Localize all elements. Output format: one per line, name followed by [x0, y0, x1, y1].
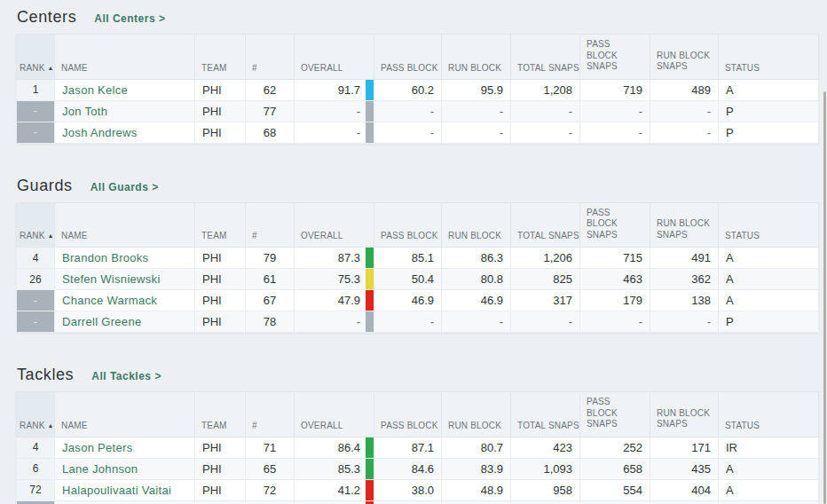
status-cell: IR: [719, 437, 819, 458]
player-name-link[interactable]: Jason Kelce: [62, 83, 128, 97]
all-guards-link[interactable]: All Guards >: [91, 181, 159, 193]
number-cell: 67: [246, 290, 295, 311]
status-cell: A: [719, 79, 819, 100]
player-row: -Chance WarmackPHI6747.946.946.931717913…: [17, 290, 819, 311]
name-cell: Jason Peters: [55, 437, 195, 458]
sort-ascending-icon: ▲: [48, 232, 54, 239]
column-header-team[interactable]: TEAM: [195, 202, 246, 248]
run_block_snaps-cell: -: [650, 122, 719, 143]
column-header-rank[interactable]: RANK▲: [17, 35, 55, 80]
pass_block-cell: -: [374, 100, 442, 122]
rank-cell: -: [17, 122, 55, 143]
column-header-pass_block[interactable]: PASS BLOCK: [374, 392, 442, 437]
column-header-total_snaps[interactable]: TOTAL SNAPS: [511, 392, 580, 437]
rank-cell: 4: [17, 248, 55, 269]
column-header-number[interactable]: #: [246, 35, 295, 80]
column-header-run_block_snaps[interactable]: RUN BLOCK SNAPS: [650, 392, 719, 437]
player-name-link[interactable]: Brandon Brooks: [62, 251, 148, 264]
pass_block_snaps-cell: 252: [580, 437, 650, 458]
team-cell: PHI: [195, 479, 246, 500]
column-header-pass_block[interactable]: PASS BLOCK: [374, 35, 442, 80]
all-tackles-link[interactable]: All Tackles >: [91, 370, 161, 382]
column-header-pass_block[interactable]: PASS BLOCK: [374, 202, 442, 248]
column-header-status[interactable]: STATUS: [719, 35, 819, 80]
name-cell: Lane Johnson: [55, 458, 195, 479]
column-header-number[interactable]: #: [246, 202, 295, 248]
player-name-link[interactable]: Jason Peters: [62, 441, 132, 454]
column-header-pass_block_snaps[interactable]: PASS BLOCK SNAPS: [580, 35, 650, 80]
run_block-cell: 80.8: [442, 269, 511, 290]
column-header-total_snaps[interactable]: TOTAL SNAPS: [511, 35, 580, 80]
sort-ascending-icon: ▲: [48, 65, 54, 71]
overall-cell: 75.3: [295, 269, 374, 290]
column-header-pass_block_snaps[interactable]: PASS BLOCK SNAPS: [580, 202, 650, 248]
column-header-run_block[interactable]: RUN BLOCK: [442, 392, 511, 437]
column-header-run_block_snaps[interactable]: RUN BLOCK SNAPS: [650, 35, 719, 80]
name-cell: Jason Kelce: [55, 79, 195, 100]
column-header-team[interactable]: TEAM: [195, 35, 246, 80]
number-cell: 79: [246, 248, 295, 269]
team-cell: PHI: [195, 458, 246, 479]
pass_block_snaps-cell: -: [580, 122, 650, 143]
rank-cell: 72: [17, 479, 55, 500]
column-header-status[interactable]: STATUS: [719, 202, 819, 248]
pass_block-cell: -: [374, 311, 442, 333]
pass_block-cell: 84.6: [374, 458, 442, 479]
tackles-table: RANK▲NAMETEAM#OVERALLPASS BLOCKRUN BLOCK…: [16, 391, 819, 504]
player-name-link[interactable]: Jon Toth: [62, 105, 107, 118]
column-header-total_snaps[interactable]: TOTAL SNAPS: [511, 202, 580, 248]
column-header-number[interactable]: #: [246, 392, 295, 437]
name-cell: Isaac Seumalo: [55, 500, 195, 504]
player-row: 4Jason PetersPHI7186.487.180.7423252171I…: [17, 437, 819, 458]
pass_block-cell: 38.0: [374, 479, 442, 500]
player-name-link[interactable]: Darrell Greene: [62, 315, 141, 328]
run_block_snaps-cell: 489: [650, 79, 719, 100]
column-header-rank[interactable]: RANK▲: [17, 202, 55, 248]
pass_block-cell: 60.2: [374, 79, 442, 100]
pass_block_snaps-cell: -: [580, 100, 650, 122]
player-name-link[interactable]: Chance Warmack: [62, 294, 157, 307]
pass_block_snaps-cell: -: [580, 311, 650, 333]
column-header-overall[interactable]: OVERALL: [295, 392, 374, 437]
column-header-rank[interactable]: RANK▲: [17, 392, 55, 437]
grade-color-chip: [366, 311, 374, 332]
column-header-name[interactable]: NAME: [55, 392, 195, 437]
pass_block_snaps-cell: 179: [580, 290, 650, 311]
run_block_snaps-cell: 435: [650, 458, 719, 479]
rank-cell: 6: [17, 458, 55, 479]
overall-cell: 91.7: [295, 79, 374, 100]
player-name-link[interactable]: Lane Johnson: [62, 462, 138, 476]
column-header-run_block[interactable]: RUN BLOCK: [442, 202, 511, 248]
run_block_snaps-cell: -: [650, 100, 719, 122]
all-centers-link[interactable]: All Centers >: [94, 12, 165, 25]
total_snaps-cell: 1,208: [511, 79, 580, 100]
column-header-name[interactable]: NAME: [55, 35, 195, 80]
header-row: RANK▲NAMETEAM#OVERALLPASS BLOCKRUN BLOCK…: [17, 35, 819, 80]
column-header-run_block[interactable]: RUN BLOCK: [442, 35, 511, 80]
page: Centers All Centers > RANK▲NAMETEAM#OVER…: [0, 0, 827, 504]
run_block-cell: 80.7: [442, 437, 511, 458]
overall-grade-value: 87.3: [338, 251, 360, 264]
column-header-name[interactable]: NAME: [55, 202, 195, 248]
column-header-overall[interactable]: OVERALL: [295, 35, 374, 80]
grade-color-chip: [366, 80, 374, 100]
team-cell: PHI: [195, 269, 246, 290]
column-header-pass_block_snaps[interactable]: PASS BLOCK SNAPS: [580, 392, 650, 437]
header-row: RANK▲NAMETEAM#OVERALLPASS BLOCKRUN BLOCK…: [17, 392, 819, 437]
player-name-link[interactable]: Stefen Wisniewski: [62, 272, 161, 286]
vertical-scrollbar[interactable]: [823, 91, 826, 504]
column-header-overall[interactable]: OVERALL: [295, 202, 374, 248]
column-header-run_block_snaps[interactable]: RUN BLOCK SNAPS: [650, 202, 719, 248]
player-name-link[interactable]: Josh Andrews: [62, 126, 138, 139]
team-cell: PHI: [195, 248, 246, 269]
column-header-status[interactable]: STATUS: [719, 392, 819, 437]
name-cell: Halapoulivaati Vaitai: [55, 479, 195, 500]
run_block_snaps-cell: 362: [650, 269, 719, 290]
status-cell: A: [719, 290, 819, 311]
total_snaps-cell: -: [511, 122, 580, 143]
player-row: -Isaac SeumaloPHI7343.846.838.9298176120…: [17, 500, 819, 504]
player-name-link[interactable]: Halapoulivaati Vaitai: [62, 484, 171, 497]
overall-grade-value: 75.3: [338, 272, 360, 286]
grade-color-chip: [366, 248, 374, 268]
column-header-team[interactable]: TEAM: [195, 392, 246, 437]
